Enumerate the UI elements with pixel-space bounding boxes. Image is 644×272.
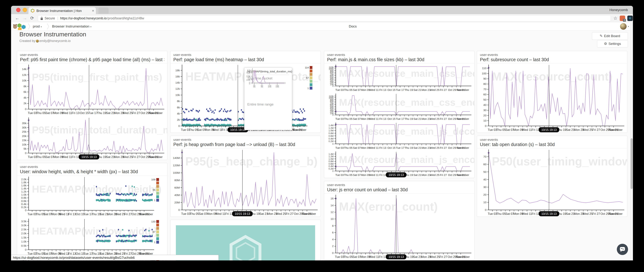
svg-text:3.0k: 3.0k (21, 224, 27, 227)
svg-text:Sat 21: Sat 21 (106, 111, 114, 115)
svg-text:MAX(resource_count): MAX(resource_count) (492, 70, 612, 83)
svg-text:Fri 27: Fri 27 (132, 155, 140, 158)
forward-icon[interactable]: → (23, 15, 27, 21)
dataset-label[interactable]: user-events (20, 53, 164, 57)
svg-text:Thu 19: Thu 19 (404, 117, 413, 120)
svg-text:Wed 11: Wed 11 (59, 212, 69, 216)
svg-text:Sat 07: Sat 07 (199, 212, 208, 215)
dataset-label[interactable]: user-events (20, 165, 164, 169)
edit-board-button[interactable]: ✎Edit Board (592, 32, 628, 40)
docs-link[interactable]: Docs (349, 22, 357, 30)
user-avatar[interactable] (620, 23, 626, 30)
line-chart-js-decoded[interactable]: MAX(resource_main_js_decoded_s00.2M0.4M0… (324, 122, 474, 150)
panel-title[interactable]: User: window height, width, & height * w… (20, 169, 164, 174)
chat-icon (617, 244, 628, 255)
board-selector[interactable]: Browser Instrumentation ▾ (52, 22, 92, 31)
dataset-label[interactable]: user-events (480, 137, 624, 142)
svg-text:40: 40 (483, 178, 487, 181)
svg-text:0.5k: 0.5k (21, 244, 27, 247)
line-chart-css-encoded[interactable]: MAX(resource_main_css_encoded010k20k30k4… (324, 93, 474, 122)
creator-email: emily@honeycomb.io (39, 39, 70, 43)
svg-text:Mon 09: Mon 09 (361, 146, 370, 149)
chat-launcher[interactable] (617, 244, 628, 255)
svg-text:November: November (139, 212, 153, 216)
honeycomb-logo[interactable] (12, 23, 28, 30)
svg-text:Thu 05: Thu 05 (496, 128, 506, 132)
svg-text:100M: 100M (173, 171, 180, 174)
address-bar[interactable]: Secure | https://ui-dogfood.honeycomb.io… (38, 15, 611, 21)
scrollbar-thumb[interactable] (630, 138, 633, 189)
svg-text:Tue 03: Tue 03 (28, 155, 37, 158)
svg-text:10/15 19:13: 10/15 19:13 (388, 255, 404, 259)
panel-window-size: user-events User: window height, width, … (17, 163, 167, 261)
svg-text:10k: 10k (22, 143, 26, 146)
dataset-label[interactable]: user-events (327, 183, 472, 187)
panel-title[interactable]: Perf: js heap growth from page load --> … (173, 142, 318, 147)
svg-text:30k: 30k (22, 126, 26, 129)
svg-text:Thu 19: Thu 19 (97, 111, 106, 115)
close-window-button[interactable] (16, 8, 20, 12)
svg-text:4: 4 (332, 238, 334, 241)
account-chevron-down-icon[interactable]: ▾ (628, 22, 629, 30)
svg-text:10/15 19:13: 10/15 19:13 (230, 128, 246, 132)
svg-text:60: 60 (483, 163, 487, 166)
svg-text:8k: 8k (24, 85, 27, 88)
env-selector[interactable]: prod ▾ (33, 22, 42, 31)
browser-tab[interactable]: Browser Instrumentation | Hon × (28, 7, 96, 14)
extension-icon[interactable]: 2 (620, 15, 625, 21)
svg-text:12k: 12k (175, 87, 180, 90)
line-chart-css-decoded[interactable]: MAX(resource_main_css_decoded010k20k30k4… (324, 64, 474, 93)
svg-text:Sat 21: Sat 21 (414, 88, 421, 91)
reload-icon[interactable]: ⟳ (30, 15, 34, 21)
dataset-label[interactable]: user-events (173, 137, 318, 142)
back-icon[interactable]: ← (15, 15, 20, 21)
line-chart-tab-duration[interactable]: P50(user_timing_window_open_du0102030405… (477, 148, 627, 217)
panel-title[interactable]: Perf: p95 first paint time (chrome) & p9… (20, 57, 164, 62)
svg-text:3.5k: 3.5k (21, 220, 27, 223)
svg-text:1: 1 (154, 241, 156, 244)
svg-text:Thu 05: Thu 05 (36, 212, 45, 216)
svg-text:1.0M: 1.0M (328, 130, 334, 132)
new-tab-button[interactable] (98, 7, 108, 14)
line-chart-error-count[interactable]: MAX(error_count)0246810121416Tue 03Thu 0… (324, 194, 474, 260)
dataset-label[interactable]: user-events (327, 53, 472, 57)
line-chart-js-heap[interactable]: P95(js_heap_change_b)020M40M60M80M100M12… (170, 148, 320, 217)
chrome-profile-name[interactable]: Honeycomb (610, 6, 628, 14)
line-chart-js-encoded[interactable]: MAX(resource_main_js_encoded_s00.2M0.4M0… (324, 150, 474, 178)
settings-button[interactable]: ⚙Settings (597, 40, 628, 47)
scrollbar-track[interactable] (630, 22, 633, 261)
minimize-window-button[interactable] (23, 8, 27, 12)
react-devtools-icon[interactable]: ⚛ (627, 15, 633, 21)
svg-text:P95(timing_first_paint_ms): P95(timing_first_paint_ms) (32, 71, 162, 83)
tab-close-icon[interactable]: × (92, 9, 94, 13)
svg-text:Wed 11: Wed 11 (370, 173, 378, 176)
panel-title[interactable]: Perf: page load time (ms) heatmap – last… (173, 57, 318, 62)
line-chart-total-duration[interactable]: P95(timing_total_duration_ms)05k10k15k20… (17, 116, 167, 160)
svg-text:Wed 11: Wed 11 (370, 117, 378, 120)
svg-text:Oct 29: Oct 29 (600, 212, 609, 215)
app-nav: prod ▾ Browser Instrumentation ▾ Docs ▾ (11, 22, 633, 31)
heatmap-window-height[interactable]: HEATMAP(window_height)00.2k0.4k0.6k0.8k1… (17, 175, 167, 218)
svg-text:10: 10 (483, 119, 487, 122)
bookmark-star-icon[interactable]: ☆ (613, 15, 617, 21)
svg-text:Oct 15: Oct 15 (388, 88, 396, 91)
line-chart-resource-count[interactable]: MAX(resource_count)010203040506070809010… (477, 64, 627, 133)
svg-text:20M: 20M (174, 201, 180, 204)
svg-text:November: November (456, 146, 469, 149)
svg-text:50: 50 (483, 98, 487, 101)
dataset-label[interactable]: user-events (480, 53, 624, 57)
dataset-label[interactable]: user-events (173, 53, 318, 57)
svg-text:2.0k: 2.0k (21, 232, 27, 235)
svg-text:Sat 21: Sat 21 (414, 146, 421, 149)
svg-text:0.8k: 0.8k (21, 196, 27, 199)
panel-title[interactable]: User: js error count on unload – last 30… (327, 187, 472, 192)
panel-title[interactable]: User: tab open duration (s) – last 30d (480, 142, 624, 147)
svg-text:Sat 07: Sat 07 (353, 173, 360, 176)
panel-title[interactable]: Perf: main.js & main.css file sizes (kb)… (327, 57, 472, 62)
svg-text:MAX(error_count): MAX(error_count) (339, 200, 438, 213)
panel-title[interactable]: Perf: subresource count – last 30d (480, 57, 624, 62)
line-chart-first-paint[interactable]: P95(timing_first_paint_ms)02k4k6k8k10k12… (17, 64, 167, 116)
svg-text:60: 60 (483, 93, 487, 96)
heatmap-window-width[interactable]: HEATMAP(window_width)00.5k1.0k1.5k2.0k2.… (17, 218, 167, 257)
svg-text:0: 0 (332, 170, 334, 172)
